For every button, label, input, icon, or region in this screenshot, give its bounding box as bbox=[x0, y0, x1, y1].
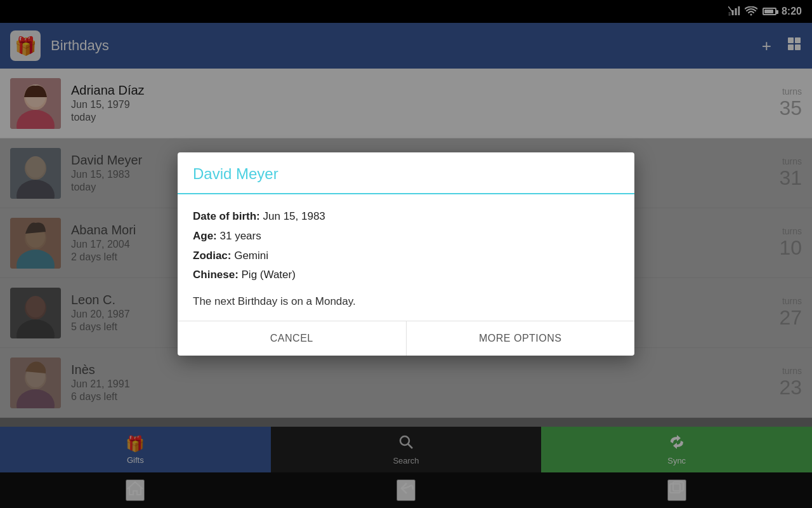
more-options-button[interactable]: More options bbox=[407, 321, 635, 356]
birthday-detail-modal: David Meyer Date of birth: Jun 15, 1983 … bbox=[178, 152, 634, 355]
modal-overlay: David Meyer Date of birth: Jun 15, 1983 … bbox=[0, 0, 812, 508]
zodiac-label: Zodiac: bbox=[193, 250, 231, 262]
cancel-button[interactable]: Cancel bbox=[178, 321, 407, 356]
age-value: 31 years bbox=[220, 230, 261, 242]
age-label: Age: bbox=[193, 230, 217, 242]
modal-title: David Meyer bbox=[193, 165, 619, 183]
dob-value: Jun 15, 1983 bbox=[263, 210, 325, 222]
dob-line: Date of birth: Jun 15, 1983 bbox=[193, 207, 619, 227]
zodiac-line: Zodiac: Gemini bbox=[193, 246, 619, 266]
zodiac-value: Gemini bbox=[234, 250, 268, 262]
modal-header: David Meyer bbox=[178, 152, 634, 194]
chinese-label: Chinese: bbox=[193, 269, 239, 281]
chinese-line: Chinese: Pig (Water) bbox=[193, 265, 619, 285]
modal-actions: Cancel More options bbox=[178, 321, 634, 356]
chinese-value: Pig (Water) bbox=[242, 269, 296, 281]
modal-body: Date of birth: Jun 15, 1983 Age: 31 year… bbox=[178, 194, 634, 320]
next-birthday-text: The next Birthday is on a Monday. bbox=[193, 295, 619, 308]
dob-label: Date of birth: bbox=[193, 210, 260, 222]
age-line: Age: 31 years bbox=[193, 227, 619, 246]
